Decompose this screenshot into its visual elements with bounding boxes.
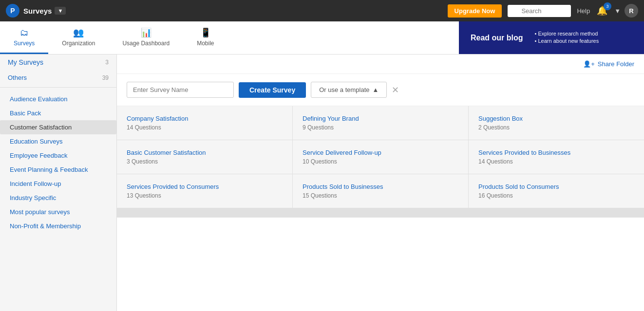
top-nav: P Surveys ▼ Upgrade Now 🔍 Help 🔔 3 ▼ R xyxy=(0,0,644,21)
others-count: 39 xyxy=(102,74,109,81)
template-card-title: Defining Your Brand xyxy=(303,115,458,122)
sub-nav-tabs: 🗂 Surveys 👥 Organization 📊 Usage Dashboa… xyxy=(0,21,228,54)
sidebar-category-item[interactable]: Most popular surveys xyxy=(0,205,116,219)
template-card-questions: 14 Questions xyxy=(478,158,634,165)
right-panel-header: 👤+ Share Folder xyxy=(117,55,644,74)
blog-bullet-2: Learn about new features xyxy=(535,38,599,44)
template-card-questions: 10 Questions xyxy=(303,158,458,165)
surveys-tab-icon: 🗂 xyxy=(20,28,29,38)
blog-banner-bullets: Explore research method Learn about new … xyxy=(535,31,599,45)
template-card-questions: 15 Questions xyxy=(303,192,458,199)
share-folder-button[interactable]: 👤+ Share Folder xyxy=(583,60,634,68)
template-grid: Company Satisfaction 14 Questions Defini… xyxy=(117,106,644,218)
template-card[interactable]: Services Provided to Consumers 13 Questi… xyxy=(117,174,292,208)
close-button[interactable]: ✕ xyxy=(392,85,399,95)
sidebar-category-item[interactable]: Education Surveys xyxy=(0,134,116,148)
tab-usage-dashboard[interactable]: 📊 Usage Dashboard xyxy=(109,21,183,54)
tab-mobile[interactable]: 📱 Mobile xyxy=(183,21,227,54)
dashboard-tab-label: Usage Dashboard xyxy=(122,40,170,47)
app-logo: P xyxy=(6,4,19,18)
mobile-tab-icon: 📱 xyxy=(200,27,211,38)
sidebar-category-item[interactable]: Audience Evaluation xyxy=(0,92,116,106)
sidebar: My Surveys 3 Others 39 Audience Evaluati… xyxy=(0,55,117,311)
sidebar-my-surveys[interactable]: My Surveys 3 xyxy=(0,55,116,70)
my-surveys-label: My Surveys xyxy=(8,58,43,66)
template-card-questions: 3 Questions xyxy=(127,158,283,165)
organization-tab-label: Organization xyxy=(62,40,95,47)
notifications-button[interactable]: 🔔 3 xyxy=(597,5,607,16)
main-content: My Surveys 3 Others 39 Audience Evaluati… xyxy=(0,55,644,311)
template-card-title: Company Satisfaction xyxy=(127,115,283,122)
surveys-tab-label: Surveys xyxy=(14,40,35,47)
sidebar-category-item[interactable]: Event Planning & Feedback xyxy=(0,163,116,177)
nav-separator: ▼ xyxy=(614,7,621,15)
template-card-title: Service Delivered Follow-up xyxy=(303,149,458,156)
search-input[interactable] xyxy=(508,5,571,17)
blog-banner-title: Read our blog xyxy=(471,34,523,42)
others-label: Others xyxy=(8,74,27,81)
sidebar-others[interactable]: Others 39 xyxy=(0,70,116,85)
use-template-button[interactable]: Or use a template ▲ xyxy=(311,82,387,98)
template-card-questions: 14 Questions xyxy=(127,124,283,131)
template-card[interactable]: Basic Customer Satisfaction 3 Questions xyxy=(117,140,292,174)
template-card-title: Suggestion Box xyxy=(478,115,634,122)
sidebar-category-item[interactable]: Incident Follow-up xyxy=(0,177,116,191)
template-card-questions: 9 Questions xyxy=(303,124,458,131)
template-card-questions: 2 Questions xyxy=(478,124,634,131)
template-card-title: Services Provided to Businesses xyxy=(478,149,634,156)
organization-tab-icon: 👥 xyxy=(73,27,84,38)
template-card-title: Products Sold to Businesses xyxy=(303,183,458,190)
template-chevron-icon: ▲ xyxy=(373,86,379,93)
blog-bullet-1: Explore research method xyxy=(535,31,599,37)
template-card[interactable]: Company Satisfaction 14 Questions xyxy=(117,106,292,140)
user-avatar[interactable]: R xyxy=(625,4,638,18)
share-folder-icon: 👤+ xyxy=(583,60,595,68)
sidebar-category-item[interactable]: Employee Feedback xyxy=(0,148,116,163)
tab-surveys[interactable]: 🗂 Surveys xyxy=(0,21,48,54)
create-survey-button[interactable]: Create Survey xyxy=(239,82,306,98)
template-card[interactable]: Products Sold to Consumers 16 Questions xyxy=(469,174,644,208)
help-label: Help xyxy=(577,7,590,15)
template-card-questions: 13 Questions xyxy=(127,192,283,199)
template-card-questions: 16 Questions xyxy=(478,192,634,199)
surveys-dropdown[interactable]: ▼ xyxy=(55,7,66,15)
template-card-title: Products Sold to Consumers xyxy=(478,183,634,190)
tab-organization[interactable]: 👥 Organization xyxy=(48,21,109,54)
sidebar-category-item[interactable]: Non-Profit & Membership xyxy=(0,219,116,233)
template-card[interactable]: Services Provided to Businesses 14 Quest… xyxy=(469,140,644,174)
mobile-tab-label: Mobile xyxy=(197,40,214,47)
create-survey-row: Create Survey Or use a template ▲ ✕ xyxy=(117,74,644,106)
app-name: Surveys xyxy=(23,7,52,15)
survey-name-input[interactable] xyxy=(127,82,234,98)
category-list: Audience EvaluationBasic PackCustomer Sa… xyxy=(0,92,116,233)
notification-badge: 3 xyxy=(604,2,611,10)
right-panel: 👤+ Share Folder Create Survey Or use a t… xyxy=(117,55,644,311)
template-card[interactable]: Service Delivered Follow-up 10 Questions xyxy=(293,140,468,174)
template-card-title: Basic Customer Satisfaction xyxy=(127,149,283,156)
share-folder-label: Share Folder xyxy=(598,60,634,68)
sub-nav: 🗂 Surveys 👥 Organization 📊 Usage Dashboa… xyxy=(0,21,644,55)
template-card[interactable]: Suggestion Box 2 Questions xyxy=(469,106,644,140)
dashboard-tab-icon: 📊 xyxy=(141,27,152,38)
template-card-title: Services Provided to Consumers xyxy=(127,183,283,190)
sidebar-category-item[interactable]: Industry Specific xyxy=(0,191,116,205)
my-surveys-count: 3 xyxy=(105,59,109,66)
template-card[interactable]: Defining Your Brand 9 Questions xyxy=(293,106,468,140)
search-wrapper: 🔍 xyxy=(508,5,571,17)
blog-banner[interactable]: Read our blog Explore research method Le… xyxy=(459,21,644,54)
template-card[interactable]: Products Sold to Businesses 15 Questions xyxy=(293,174,468,208)
sidebar-category-item[interactable]: Customer Satisfaction xyxy=(0,120,116,134)
use-template-label: Or use a template xyxy=(319,86,369,93)
upgrade-now-button[interactable]: Upgrade Now xyxy=(448,4,502,18)
sidebar-category-item[interactable]: Basic Pack xyxy=(0,106,116,120)
